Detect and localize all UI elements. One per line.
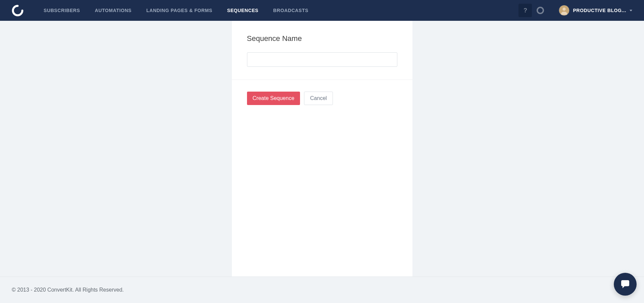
- nav-landing-pages-forms[interactable]: LANDING PAGES & FORMS: [146, 0, 212, 20]
- nav-broadcasts[interactable]: BROADCASTS: [273, 0, 308, 20]
- chat-launcher-button[interactable]: [614, 273, 637, 296]
- status-circle-icon[interactable]: [537, 7, 544, 14]
- sequence-name-label: Sequence Name: [247, 34, 397, 43]
- cancel-button[interactable]: Cancel: [304, 92, 333, 105]
- user-menu[interactable]: PRODUCTIVE BLOG...: [559, 5, 632, 16]
- card-body: Sequence Name: [232, 21, 412, 80]
- sequence-name-input[interactable]: [247, 52, 397, 67]
- top-navbar: SUBSCRIBERS AUTOMATIONS LANDING PAGES & …: [0, 0, 644, 21]
- navbar-right: ? PRODUCTIVE BLOG...: [518, 4, 632, 17]
- logo-icon[interactable]: [12, 5, 23, 16]
- svg-point-1: [563, 8, 566, 11]
- create-sequence-card: Sequence Name Create Sequence Cancel: [232, 21, 412, 276]
- user-name-label: PRODUCTIVE BLOG...: [573, 8, 626, 13]
- page-footer: © 2013 - 2020 ConvertKit. All Rights Res…: [0, 276, 644, 303]
- nav-automations[interactable]: AUTOMATIONS: [95, 0, 132, 20]
- create-sequence-button[interactable]: Create Sequence: [247, 92, 300, 105]
- chevron-down-icon: [630, 10, 632, 11]
- avatar-icon: [559, 5, 569, 16]
- nav-links: SUBSCRIBERS AUTOMATIONS LANDING PAGES & …: [44, 0, 518, 20]
- nav-sequences[interactable]: SEQUENCES: [227, 0, 258, 20]
- card-footer: Create Sequence Cancel: [232, 80, 412, 119]
- help-button[interactable]: ?: [518, 4, 532, 17]
- nav-subscribers[interactable]: SUBSCRIBERS: [44, 0, 80, 20]
- main-content: Sequence Name Create Sequence Cancel: [0, 21, 644, 276]
- copyright-text: © 2013 - 2020 ConvertKit. All Rights Res…: [12, 287, 124, 293]
